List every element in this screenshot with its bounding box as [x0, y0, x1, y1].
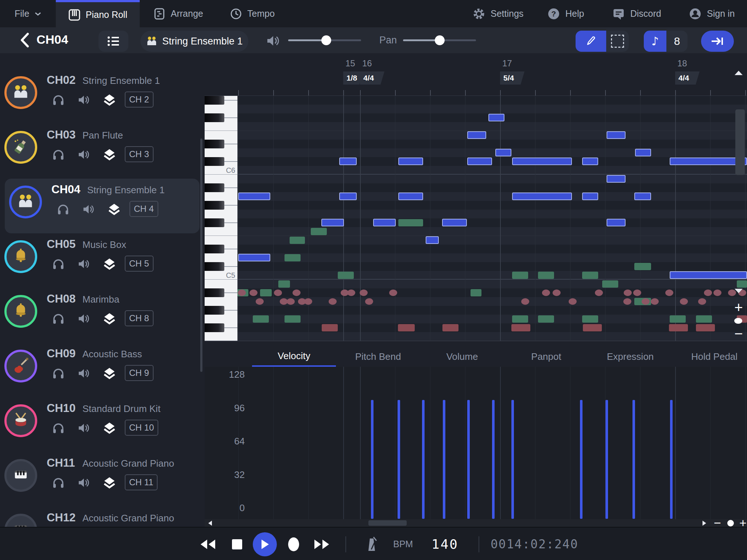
channel-avatar[interactable] [4, 350, 37, 382]
drum-note-dot[interactable] [542, 289, 550, 296]
time-signature-badge[interactable]: 5/4 [500, 71, 525, 85]
note-green[interactable] [538, 315, 554, 323]
note-division-value[interactable]: 8 [666, 31, 688, 52]
drum-note-dot[interactable] [595, 289, 603, 296]
mute-speaker-button[interactable] [76, 256, 92, 272]
panel-zoom-reset-button[interactable] [725, 519, 736, 527]
note-blue[interactable] [607, 175, 626, 183]
controller-tab-expression[interactable]: Expression [588, 347, 672, 367]
black-key[interactable] [205, 323, 224, 332]
drum-note-dot[interactable] [365, 298, 373, 305]
volume-slider-thumb[interactable] [321, 35, 331, 45]
scroll-up-button[interactable] [734, 70, 743, 76]
pan-slider-thumb[interactable] [435, 35, 445, 45]
note-blue[interactable] [442, 219, 467, 226]
layers-button[interactable] [106, 201, 122, 217]
channel-avatar[interactable] [4, 76, 37, 109]
channel-id[interactable]: CH05 [47, 238, 76, 251]
note-blue[interactable] [495, 149, 511, 156]
note-green[interactable] [398, 219, 423, 226]
metronome-button[interactable] [361, 528, 382, 560]
drum-note-dot[interactable] [389, 289, 397, 296]
solo-headphones-button[interactable] [50, 365, 66, 381]
channel-row-ch04[interactable]: CH04String Ensemble 1CH 4 [5, 179, 200, 233]
channel-avatar[interactable] [4, 240, 37, 273]
velocity-bar[interactable] [670, 400, 673, 519]
drum-note-dot[interactable] [347, 289, 355, 296]
note-blue[interactable] [373, 219, 396, 226]
horizontal-scroll-thumb[interactable] [368, 520, 407, 526]
velocity-bar[interactable] [511, 400, 514, 519]
tab-arrange[interactable]: Arrange [153, 0, 203, 27]
channel-row-ch11[interactable]: CH11Acoustic Grand PianoCH 11 [0, 452, 204, 507]
note-blue[interactable] [467, 131, 486, 139]
controller-tab-velocity[interactable]: Velocity [252, 347, 336, 367]
channel-id[interactable]: CH12 [47, 511, 76, 524]
channel-row-ch10[interactable]: CH10Standard Drum KitCH 10 [0, 397, 204, 452]
time-signature-badge[interactable]: 4/4 [360, 71, 384, 85]
mute-speaker-button[interactable] [76, 365, 92, 381]
layers-button[interactable] [101, 420, 117, 436]
channel-id[interactable]: CH10 [47, 402, 76, 415]
channel-row-ch08[interactable]: CH08MarimbaCH 8 [0, 288, 204, 343]
note-green[interactable] [582, 315, 598, 323]
rewind-button[interactable] [197, 528, 219, 560]
note-blue[interactable] [339, 158, 357, 165]
sign-in-button[interactable]: Sign in [689, 0, 735, 27]
solo-headphones-button[interactable] [50, 92, 66, 108]
note-green[interactable] [512, 272, 528, 279]
note-green[interactable] [311, 228, 327, 235]
channel-row-ch02[interactable]: CH02String Ensemble 1CH 2 [0, 69, 204, 124]
time-signature-badge[interactable]: 1/8 [343, 71, 363, 85]
drum-note-dot[interactable] [256, 298, 264, 305]
drum-note-dot[interactable] [698, 298, 706, 305]
note-green[interactable] [538, 272, 554, 279]
controller-tab-volume[interactable]: Volume [420, 347, 504, 367]
velocity-bar[interactable] [580, 400, 582, 519]
black-key[interactable] [205, 218, 224, 227]
play-button[interactable] [253, 532, 277, 556]
channel-row-ch03[interactable]: CH03Pan FluteCH 3 [0, 124, 204, 179]
layers-button[interactable] [101, 147, 117, 163]
note-blue[interactable] [321, 219, 344, 226]
pencil-tool-button[interactable] [576, 31, 606, 52]
solo-headphones-button[interactable] [50, 256, 66, 272]
stop-button[interactable] [226, 528, 248, 560]
channel-avatar[interactable] [4, 295, 37, 328]
drum-note-dot[interactable] [651, 298, 659, 305]
velocity-bar[interactable] [422, 400, 425, 519]
channel-id[interactable]: CH02 [47, 74, 76, 87]
zoom-out-button[interactable]: − [732, 327, 745, 340]
zoom-reset-button[interactable] [734, 318, 742, 324]
solo-headphones-button[interactable] [50, 311, 66, 327]
drum-note-dot[interactable] [553, 289, 561, 296]
note-length-button[interactable]: ♪ [644, 31, 666, 52]
track-list-button[interactable] [98, 31, 128, 52]
drum-note-dot[interactable] [713, 289, 721, 296]
note-blue[interactable] [339, 192, 357, 200]
channel-avatar[interactable] [4, 131, 37, 164]
channel-avatar[interactable] [4, 404, 37, 437]
panel-zoom-out-button[interactable]: − [712, 519, 723, 527]
note-red[interactable] [442, 324, 458, 331]
mute-speaker-button[interactable] [76, 147, 92, 163]
note-green[interactable] [512, 315, 528, 323]
channel-avatar[interactable] [4, 514, 37, 527]
drum-note-dot[interactable] [293, 289, 301, 296]
note-blue[interactable] [467, 158, 492, 165]
note-blue[interactable] [426, 236, 439, 244]
channel-avatar[interactable] [9, 186, 42, 218]
note-blue[interactable] [607, 219, 626, 226]
black-key[interactable] [205, 262, 224, 271]
note-red[interactable] [322, 324, 338, 331]
note-red[interactable] [669, 324, 688, 331]
record-button[interactable] [283, 528, 305, 560]
velocity-bar[interactable] [371, 400, 374, 519]
channel-row-ch05[interactable]: CH05Music BoxCH 5 [0, 233, 204, 288]
black-key[interactable] [205, 183, 224, 192]
channel-id[interactable]: CH03 [47, 128, 76, 141]
note-green[interactable] [260, 289, 272, 296]
velocity-bar[interactable] [632, 400, 635, 519]
drum-note-dot[interactable] [642, 298, 650, 305]
note-blue[interactable] [398, 192, 423, 200]
